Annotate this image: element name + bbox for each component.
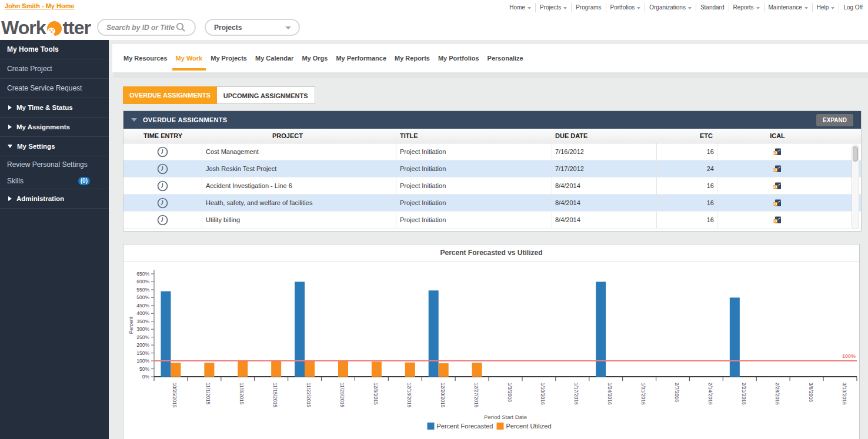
svg-text:100%: 100% [136,358,149,364]
ical-outlook-icon[interactable] [773,198,782,207]
nav-item-reports[interactable]: Reports [729,3,764,12]
nav-item-home[interactable]: Home [505,3,536,12]
sidebar-item-create-service-request[interactable]: Create Service Request [0,79,109,98]
svg-text:2/28/2016: 2/28/2016 [774,383,780,405]
sidebar-item-label: Create Service Request [7,84,82,92]
panel-header: OVERDUE ASSIGNMENTS EXPAND [123,111,861,129]
nav-item-label: Portfolios [610,4,635,11]
chevron-down-icon [528,7,531,9]
sidebar-item-create-project[interactable]: Create Project [0,59,109,79]
tab-my-work[interactable]: My Work [175,44,204,72]
svg-text:Percent: Percent [128,316,134,334]
search-box [97,19,196,36]
svg-text:Period Start Date: Period Start Date [484,414,527,420]
ical-outlook-icon[interactable] [773,181,782,190]
tab-my-reports[interactable]: My Reports [393,44,431,72]
module-dropdown[interactable]: Projects [205,19,300,36]
table-row[interactable]: Josh Reskin Test ProjectProject Initiati… [123,160,861,177]
svg-text:11/8/2015: 11/8/2015 [239,383,245,404]
tab-my-projects[interactable]: My Projects [209,44,248,72]
search-icon[interactable] [176,22,186,32]
svg-text:11/29/2015: 11/29/2015 [339,383,345,407]
nav-item-projects[interactable]: Projects [536,3,572,12]
table-row[interactable]: Utility billingProject Initiation8/4/201… [123,212,861,229]
page-tabs: My ResourcesMy WorkMy ProjectsMy Calenda… [112,44,868,72]
svg-text:11/1/2015: 11/1/2015 [205,383,211,404]
sidebar-item-label: My Assignments [16,123,70,130]
sidebar-item-administration[interactable]: Administration [0,189,109,209]
time-entry-clock-icon[interactable] [157,197,168,209]
table-row[interactable]: Accident Investigation - Line 6Project I… [123,177,861,195]
svg-text:12/27/2015: 12/27/2015 [473,383,479,408]
tab-my-orgs[interactable]: My Orgs [301,44,329,72]
column-header-due-date: DUE DATE [552,132,657,139]
tab-my-performance[interactable]: My Performance [335,44,388,72]
tab-personalize[interactable]: Personalize [486,44,525,72]
nav-item-label: Home [509,4,525,11]
nav-item-label: Organizations [649,4,686,11]
collapse-icon[interactable] [131,118,137,122]
sidebar-item-my-time-status[interactable]: My Time & Status [0,98,109,118]
sidebar-item-my-assignments[interactable]: My Assignments [0,118,109,137]
chart-svg: 0%50%100%150%200%250%300%350%400%450%500… [123,262,859,439]
sidebar-item-skills[interactable]: Skills(0) [0,173,109,189]
time-entry-clock-icon[interactable] [157,163,168,175]
svg-text:12/6/2015: 12/6/2015 [373,383,379,405]
tab-overdue-assignments[interactable]: OVERDUE ASSIGNMENTS [123,86,217,104]
chevron-down-icon [688,7,692,9]
scrollbar-thumb[interactable] [853,146,858,162]
svg-text:50%: 50% [139,366,149,372]
tab-my-resources[interactable]: My Resources [122,44,169,72]
time-entry-clock-icon[interactable] [157,180,168,192]
user-home-link[interactable]: John Smith - My Home [5,2,75,9]
chart-panel: Percent Forecasted vs Utilized 0%50%100%… [123,244,860,439]
svg-text:500%: 500% [136,294,149,300]
percent-chart: 0%50%100%150%200%250%300%350%400%450%500… [123,262,859,439]
main-content: My ResourcesMy WorkMy ProjectsMy Calenda… [109,40,868,439]
nav-item-standard[interactable]: Standard [696,3,729,12]
svg-text:Percent Utilized: Percent Utilized [506,423,552,430]
ical-outlook-icon[interactable] [773,215,782,224]
table-row[interactable]: Cost ManagementProject Initiation7/16/20… [123,143,861,160]
svg-text:400%: 400% [136,310,149,316]
expand-button[interactable]: EXPAND [816,114,853,126]
tab-my-calendar[interactable]: My Calendar [254,44,295,72]
nav-item-portfolios[interactable]: Portfolios [606,3,646,12]
tab-upcoming-assignments[interactable]: UPCOMING ASSIGNMENTS [217,86,315,104]
svg-text:3/13/2016: 3/13/2016 [842,383,847,405]
chevron-down-icon [804,7,808,9]
sidebar-item-review-personal-settings[interactable]: Review Personal Settings [0,156,109,173]
nav-item-organizations[interactable]: Organizations [645,3,696,12]
chevron-down-icon [637,7,640,9]
panel-title: OVERDUE ASSIGNMENTS [143,116,227,123]
svg-text:300%: 300% [136,326,149,332]
table-row[interactable]: Heath, safety, and welfare of facilities… [123,195,861,212]
time-entry-clock-icon[interactable] [157,146,168,157]
column-header-title: TITLE [396,132,552,139]
sidebar-item-my-settings[interactable]: My Settings [0,137,109,156]
chevron-down-icon [563,7,567,9]
column-header-ical: ICAL [717,132,861,139]
logo-text-2: tter [62,18,91,37]
chevron-right-icon [8,105,12,110]
nav-item-log-off[interactable]: Log Off [839,3,867,12]
nav-item-help[interactable]: Help [813,3,840,12]
sidebar-item-label: Review Personal Settings [7,160,88,169]
svg-text:350%: 350% [136,319,149,324]
nav-item-maintenance[interactable]: Maintenance [764,3,813,12]
ical-outlook-icon[interactable] [773,147,782,156]
vertical-scrollbar[interactable] [852,145,859,229]
tab-my-portfolios[interactable]: My Portfolios [437,44,480,72]
content-top-strip [113,72,868,78]
svg-text:2/21/2016: 2/21/2016 [741,383,747,405]
sidebar-item-label: Administration [16,195,64,202]
search-input[interactable] [106,24,176,32]
svg-text:1/31/2016: 1/31/2016 [640,383,646,405]
nav-item-programs[interactable]: Programs [572,3,606,12]
time-entry-clock-icon[interactable] [157,215,168,226]
sidebar-item-label: My Home Tools [7,45,59,53]
assignment-tabs: OVERDUE ASSIGNMENTS UPCOMING ASSIGNMENTS [123,86,868,104]
ical-outlook-icon[interactable] [773,164,782,173]
column-header-etc: ETC [657,132,717,139]
svg-text:550%: 550% [136,287,149,293]
